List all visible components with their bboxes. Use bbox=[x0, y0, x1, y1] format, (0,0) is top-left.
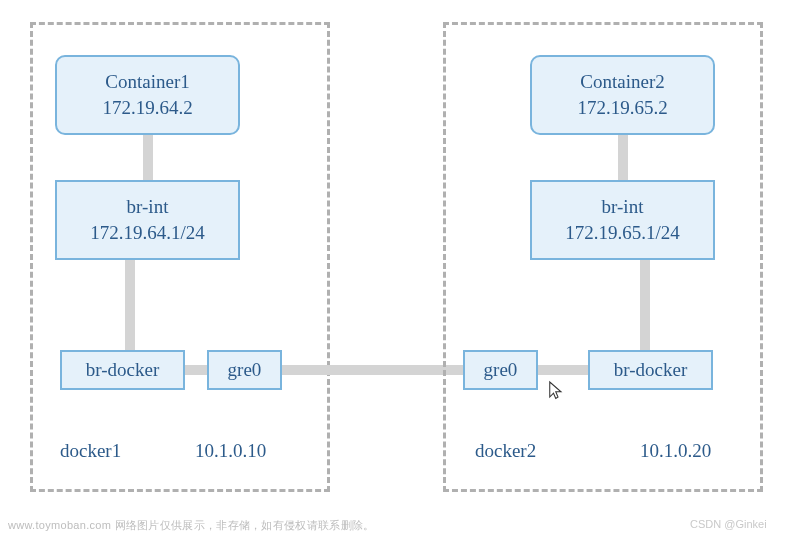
host-ip-2: 10.1.0.20 bbox=[640, 440, 711, 462]
container-name: Container2 bbox=[580, 69, 664, 95]
edge-c2-bi2 bbox=[618, 135, 628, 180]
br-int-name: br-int bbox=[602, 194, 644, 220]
br-docker-label: br-docker bbox=[86, 357, 159, 383]
node-br-docker-1: br-docker bbox=[60, 350, 185, 390]
container-ip: 172.19.65.2 bbox=[577, 95, 667, 121]
host-name-2: docker2 bbox=[475, 440, 536, 462]
br-int-cidr: 172.19.65.1/24 bbox=[565, 220, 680, 246]
edge-gre-tunnel bbox=[282, 365, 463, 375]
gre-label: gre0 bbox=[228, 357, 262, 383]
host-name-1: docker1 bbox=[60, 440, 121, 462]
container-ip: 172.19.64.2 bbox=[102, 95, 192, 121]
br-int-cidr: 172.19.64.1/24 bbox=[90, 220, 205, 246]
diagram-canvas: { "hosts": [ { "name": "docker1", "ip": … bbox=[0, 0, 785, 537]
br-docker-label: br-docker bbox=[614, 357, 687, 383]
edge-g2-bd2 bbox=[538, 365, 588, 375]
node-gre0-2: gre0 bbox=[463, 350, 538, 390]
gre-label: gre0 bbox=[484, 357, 518, 383]
container-name: Container1 bbox=[105, 69, 189, 95]
edge-c1-bi1 bbox=[143, 135, 153, 180]
node-br-docker-2: br-docker bbox=[588, 350, 713, 390]
edge-bd1-g1 bbox=[185, 365, 207, 375]
node-container1: Container1 172.19.64.2 bbox=[55, 55, 240, 135]
edge-bi1-bd1 bbox=[125, 260, 135, 350]
footer-text: www.toymoban.com 网络图片仅供展示，非存储，如有侵权请联系删除。 bbox=[8, 518, 374, 533]
node-br-int-1: br-int 172.19.64.1/24 bbox=[55, 180, 240, 260]
node-container2: Container2 172.19.65.2 bbox=[530, 55, 715, 135]
host-ip-1: 10.1.0.10 bbox=[195, 440, 266, 462]
node-br-int-2: br-int 172.19.65.1/24 bbox=[530, 180, 715, 260]
edge-bd2-bi2 bbox=[640, 260, 650, 350]
br-int-name: br-int bbox=[127, 194, 169, 220]
node-gre0-1: gre0 bbox=[207, 350, 282, 390]
watermark-text: CSDN @Ginkei bbox=[690, 518, 767, 530]
